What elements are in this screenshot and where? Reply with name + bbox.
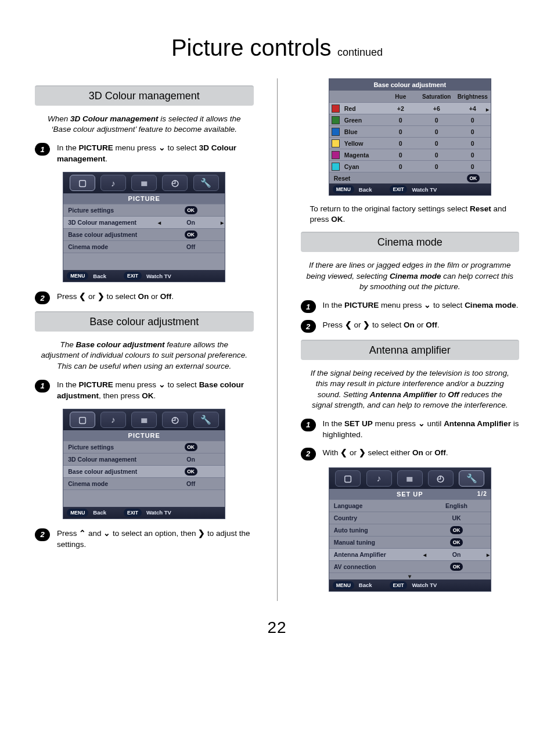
- chevron-down-icon: ⌄: [159, 380, 166, 391]
- osd-row-label: Picture settings: [63, 207, 157, 214]
- features-tab-icon[interactable]: ≣: [397, 470, 423, 487]
- bullet-2-icon: 2: [301, 448, 316, 460]
- osd-row-label: Base colour adjustment: [63, 231, 157, 238]
- ok-badge[interactable]: OK: [450, 538, 463, 546]
- colour-row[interactable]: Red+2+6+4: [329, 102, 491, 114]
- arrow-left-icon[interactable]: ◂: [158, 219, 161, 226]
- menu-pill[interactable]: MENU: [333, 581, 354, 589]
- hue-value: 0: [383, 128, 419, 135]
- colour-row[interactable]: Blue000: [329, 125, 491, 137]
- osd-row[interactable]: Base colour adjustmentOK: [63, 465, 225, 477]
- picture-tab-icon[interactable]: ▢: [70, 412, 95, 428]
- osd-row-label: 3D Colour management: [63, 456, 157, 463]
- intro-3d-colour: When 3D Colour management is selected it…: [41, 114, 248, 135]
- arrow-right-icon[interactable]: ▸: [221, 219, 224, 226]
- colour-row[interactable]: Yellow000: [329, 137, 491, 149]
- chevron-down-icon: ⌄: [424, 300, 431, 311]
- exit-pill[interactable]: EXIT: [124, 272, 142, 280]
- ok-badge[interactable]: OK: [450, 526, 463, 534]
- sound-tab-icon[interactable]: ♪: [100, 412, 126, 428]
- scroll-down-icon[interactable]: ▾: [329, 573, 491, 579]
- ok-badge[interactable]: OK: [185, 443, 197, 451]
- osd-row[interactable]: Cinema modeOff: [63, 240, 225, 253]
- features-tab-icon[interactable]: ≣: [131, 412, 157, 428]
- picture-tab-icon[interactable]: ▢: [70, 175, 95, 191]
- bri-value: 0: [455, 140, 491, 147]
- sound-tab-icon[interactable]: ♪: [366, 470, 392, 487]
- osd-row[interactable]: Cinema modeOff: [63, 477, 225, 489]
- setup-tab-icon[interactable]: 🔧: [193, 175, 219, 191]
- chevron-left-icon: ❮: [345, 320, 352, 331]
- chevron-down-icon: ⌄: [159, 143, 166, 154]
- osd-row[interactable]: Picture settingsOK: [63, 204, 225, 216]
- colour-name: Red: [342, 105, 383, 112]
- osd-row[interactable]: Manual tuningOK: [329, 536, 491, 548]
- ok-badge[interactable]: OK: [185, 231, 197, 239]
- picture-tab-icon[interactable]: ▢: [335, 470, 361, 487]
- arrow-left-icon[interactable]: ◂: [423, 551, 426, 557]
- osd-row-label: Country: [329, 514, 423, 521]
- colour-row[interactable]: Cyan000: [329, 160, 491, 172]
- osd-footer: MENU Back EXIT Watch TV: [63, 507, 225, 519]
- back-label: Back: [93, 273, 106, 279]
- step-3d-2: 2 Press ❮ or ❯ to select On or Off.: [35, 291, 254, 304]
- timer-tab-icon[interactable]: ◴: [428, 470, 454, 487]
- bullet-2-icon: 2: [35, 291, 50, 304]
- bri-value: 0: [455, 163, 491, 170]
- ok-badge[interactable]: OK: [467, 174, 480, 182]
- ok-badge[interactable]: OK: [185, 467, 197, 476]
- osd-row[interactable]: Antenna AmplifierOn◂▸: [329, 548, 491, 560]
- ok-badge[interactable]: OK: [185, 206, 197, 214]
- ok-badge[interactable]: OK: [450, 563, 463, 571]
- chevron-left-icon: ❮: [340, 448, 347, 459]
- bullet-2-icon: 2: [35, 528, 50, 541]
- osd-row[interactable]: 3D Colour managementOn◂▸: [63, 216, 225, 228]
- colour-swatch: [332, 163, 340, 171]
- timer-tab-icon[interactable]: ◴: [162, 175, 188, 191]
- osd-row-label: Language: [329, 502, 423, 509]
- return-text: To return to the original factory settin…: [310, 204, 510, 225]
- sat-value: 0: [419, 152, 455, 159]
- osd-rows: Picture settingsOK3D Colour managementOn…: [63, 441, 225, 489]
- colour-name: Blue: [342, 128, 383, 135]
- reset-label: Reset: [334, 175, 456, 182]
- sound-tab-icon[interactable]: ♪: [100, 175, 126, 191]
- bullet-2-icon: 2: [301, 320, 316, 333]
- sat-value: 0: [419, 128, 455, 135]
- column-divider: [277, 78, 278, 601]
- menu-pill[interactable]: MENU: [333, 185, 354, 193]
- menu-pill[interactable]: MENU: [67, 272, 88, 280]
- bullet-1-icon: 1: [301, 300, 316, 313]
- heading-3d-colour: 3D Colour management: [35, 85, 254, 106]
- osd-row-value: Off: [157, 243, 225, 250]
- osd-row[interactable]: Picture settingsOK: [63, 441, 225, 453]
- colour-adjustment-table: Base colour adjustment Hue Saturation Br…: [329, 78, 491, 196]
- exit-pill[interactable]: EXIT: [390, 581, 408, 589]
- step-ant-2: 2 With ❮ or ❯ select either On or Off.: [301, 448, 520, 460]
- sat-value: +6: [419, 105, 455, 112]
- osd-row[interactable]: Base colour adjustmentOK: [63, 228, 225, 240]
- osd-row[interactable]: CountryUK: [329, 512, 491, 524]
- timer-tab-icon[interactable]: ◴: [162, 412, 188, 428]
- colour-swatch: [332, 128, 340, 136]
- osd-row[interactable]: Auto tuningOK: [329, 524, 491, 536]
- osd-row[interactable]: 3D Colour managementOn: [63, 453, 225, 465]
- osd-setup-panel: ▢ ♪ ≣ ◴ 🔧 SET UP1/2 LanguageEnglishCount…: [329, 467, 491, 592]
- osd-row-label: AV connection: [329, 563, 423, 570]
- left-column: 3D Colour management When 3D Colour mana…: [35, 78, 254, 601]
- arrow-right-icon[interactable]: ▸: [487, 551, 490, 557]
- osd-row[interactable]: AV connectionOK: [329, 560, 491, 573]
- setup-tab-icon[interactable]: 🔧: [193, 412, 219, 428]
- exit-pill[interactable]: EXIT: [124, 509, 142, 517]
- osd-row[interactable]: LanguageEnglish: [329, 499, 491, 512]
- menu-pill[interactable]: MENU: [67, 509, 88, 517]
- osd-picture-panel: ▢ ♪ ≣ ◴ 🔧 PICTURE Picture settingsOK3D C…: [63, 172, 225, 282]
- exit-pill[interactable]: EXIT: [390, 185, 408, 193]
- bullet-1-icon: 1: [35, 380, 50, 393]
- colour-row[interactable]: Magenta000: [329, 149, 491, 160]
- cat-reset-row[interactable]: Reset OK: [329, 172, 491, 183]
- colour-row[interactable]: Green000: [329, 114, 491, 125]
- features-tab-icon[interactable]: ≣: [131, 175, 157, 191]
- setup-tab-icon[interactable]: 🔧: [459, 470, 484, 487]
- col-hue: Hue: [383, 93, 419, 100]
